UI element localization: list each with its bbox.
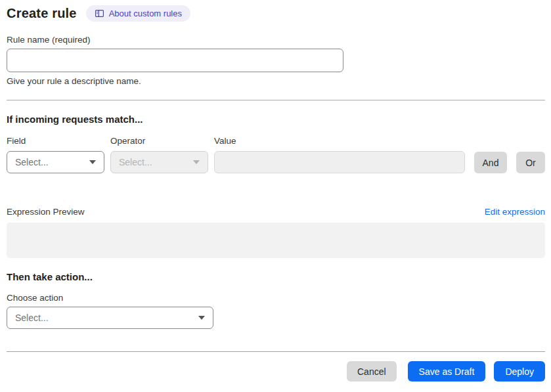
about-custom-rules-badge[interactable]: About custom rules <box>86 5 190 22</box>
chevron-down-icon <box>89 160 96 164</box>
expression-preview-label: Expression Preview <box>7 207 85 217</box>
book-icon <box>95 9 104 18</box>
expression-preview-row: Expression Preview Edit expression <box>7 207 545 217</box>
chevron-down-icon <box>193 160 200 164</box>
condition-row: Field Select... Operator Select... Value… <box>7 136 545 173</box>
choose-action-select-value: Select... <box>15 313 198 323</box>
edit-expression-link[interactable]: Edit expression <box>485 207 545 217</box>
save-as-draft-button[interactable]: Save as Draft <box>408 361 486 381</box>
operator-label: Operator <box>110 136 208 146</box>
expression-preview-box <box>7 223 545 258</box>
action-section-heading: Then take action... <box>7 271 545 282</box>
field-label: Field <box>7 136 104 146</box>
section-divider <box>7 100 545 100</box>
or-button[interactable]: Or <box>516 152 545 173</box>
footer-divider <box>7 351 545 352</box>
page-title: Create rule <box>7 6 77 21</box>
choose-action-label: Choose action <box>7 293 545 303</box>
create-rule-page: Create rule About custom rules Rule name… <box>0 0 551 381</box>
value-input <box>214 151 465 173</box>
value-label: Value <box>214 136 465 146</box>
choose-action-select[interactable]: Select... <box>7 307 213 329</box>
and-button[interactable]: And <box>474 152 507 173</box>
rule-name-label: Rule name (required) <box>7 35 545 45</box>
field-select-value: Select... <box>15 157 89 167</box>
footer: Cancel Save as Draft Deploy <box>7 361 545 381</box>
match-section-heading: If incoming requests match... <box>7 114 545 125</box>
cancel-button[interactable]: Cancel <box>347 361 397 381</box>
operator-select: Select... <box>110 151 208 173</box>
chevron-down-icon <box>198 316 205 320</box>
badge-label: About custom rules <box>109 9 182 18</box>
operator-select-value: Select... <box>119 157 193 167</box>
rule-name-input[interactable] <box>7 49 343 72</box>
rule-name-helper: Give your rule a descriptive name. <box>7 76 545 86</box>
header: Create rule About custom rules <box>7 5 545 22</box>
deploy-button[interactable]: Deploy <box>494 361 545 381</box>
field-select[interactable]: Select... <box>7 151 104 173</box>
